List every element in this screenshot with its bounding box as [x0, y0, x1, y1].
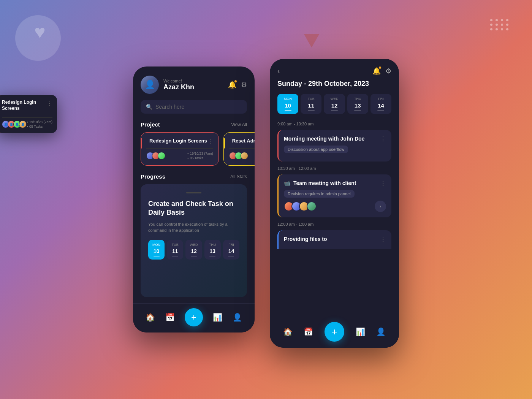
right-day-fri[interactable]: FRI 14 [370, 94, 391, 114]
right-day-fri-line [377, 110, 384, 111]
card-2-top: Reset Admin Pannel ⋮ [229, 138, 255, 145]
floating-card-menu-icon[interactable]: ⋮ [46, 100, 52, 107]
event-2-menu[interactable]: ⋮ [380, 180, 386, 187]
right-day-thu[interactable]: THU 13 [347, 94, 368, 114]
day-mon-line [154, 256, 160, 256]
event-2-top: 📹 Team meeting with client ⋮ [284, 180, 386, 187]
chart-nav-icon[interactable]: 📊 [213, 313, 222, 322]
card-1-meta: ● 19/10/23 (7am) ● 05 Tasks [187, 152, 213, 160]
day-mon[interactable]: MON 10 [148, 240, 165, 260]
progress-card-title: Create and Check Task on Daily Basis [148, 200, 239, 217]
card-1-avatar-3 [158, 152, 165, 160]
search-placeholder: Search here [155, 104, 184, 110]
time-label-1: 9:00 am - 10:30 am [277, 122, 391, 126]
card-2-avatars [229, 152, 248, 160]
search-bar[interactable]: 🔍 Search here [141, 100, 247, 114]
progress-drag-handle [186, 192, 201, 193]
user-avatar[interactable]: 👤 [141, 76, 159, 94]
notification-dot [234, 80, 237, 83]
event-1-menu[interactable]: ⋮ [380, 135, 386, 142]
floating-card-tasks: ● 05 Tasks [27, 125, 52, 128]
all-stats-link[interactable]: All Stats [230, 174, 247, 179]
right-home-nav-icon[interactable]: 🏠 [283, 327, 293, 336]
event-2-avatar-4 [307, 201, 317, 211]
right-day-thu-line [354, 110, 361, 111]
welcome-label: Welcome! [163, 79, 223, 83]
floating-card-meta: ● 19/10/23 (7am) ● 05 Tasks [27, 120, 52, 128]
day-fri[interactable]: FRI 14 [223, 240, 239, 260]
day-tue-line [172, 256, 178, 256]
right-settings-icon[interactable]: ⚙ [385, 67, 391, 75]
right-day-tue-num: 11 [302, 102, 320, 109]
card-1-menu[interactable]: ⋮ [207, 138, 213, 145]
card-2-bottom: ● 29/10/23 (9pm) ● 07 Tasks [229, 152, 255, 160]
card-1-tasks: ● 05 Tasks [187, 156, 213, 160]
calendar-nav-icon[interactable]: 📅 [165, 313, 175, 322]
left-calendar: MON 10 TUE 11 WED 12 THU 13 [148, 240, 239, 260]
card-2-divider [229, 148, 255, 149]
event-3-menu[interactable]: ⋮ [380, 236, 386, 243]
right-chart-nav-icon[interactable]: 📊 [356, 327, 365, 336]
right-calendar-nav-icon[interactable]: 📅 [304, 327, 313, 336]
right-day-wed-line [331, 110, 338, 111]
bg-dots [490, 19, 509, 30]
profile-nav-icon[interactable]: 👤 [233, 313, 242, 322]
project-card-2[interactable]: Reset Admin Pannel ⋮ ● 29/10/23 (9pm) [223, 132, 255, 166]
right-day-wed[interactable]: WED 12 [324, 94, 345, 114]
floating-project-card[interactable]: Redesign Login Screens ⋮ 👤 👤 👤 👤 ● 19/10… [0, 95, 57, 133]
day-wed[interactable]: WED 12 [185, 240, 202, 260]
day-wed-line [191, 256, 197, 256]
right-phone: ‹ 🔔 ⚙ Sunday - 29th October, 2023 MON 10… [270, 59, 399, 348]
left-bottom-nav: 🏠 📅 + 📊 👤 [133, 303, 255, 332]
right-day-tue-line [308, 110, 315, 111]
day-tue-num: 11 [168, 248, 182, 254]
card-2-avatar-3 [241, 152, 248, 160]
right-add-nav-button[interactable]: + [325, 322, 344, 342]
add-nav-button[interactable]: + [185, 308, 203, 326]
search-icon: 🔍 [146, 104, 152, 110]
notification-icon[interactable]: 🔔 [228, 81, 236, 89]
bg-heart-icon: ♥ [34, 21, 46, 43]
progress-section-header: Progress All Stats [133, 172, 255, 184]
left-phone: 👤 Welcome! Azaz Khn 🔔 ⚙ 🔍 Search here Pr… [133, 66, 255, 332]
view-all-link[interactable]: View All [231, 122, 247, 127]
schedule-scroll: 9:00 am - 10:30 am Morning meeting with … [270, 120, 399, 317]
event-2-tag: Revision requires in admin pannel [284, 190, 355, 198]
right-notification-icon[interactable]: 🔔 [372, 67, 381, 75]
right-profile-nav-icon[interactable]: 👤 [376, 327, 386, 336]
floating-card-divider [2, 117, 52, 118]
right-day-wed-num: 12 [325, 102, 343, 109]
event-2-arrow[interactable]: › [375, 201, 386, 212]
right-calendar: MON 10 TUE 11 WED 12 THU 13 FRI 14 [270, 94, 399, 120]
event-card-1[interactable]: Morning meeting with John Doe ⋮ Discussi… [277, 130, 391, 162]
header-icons: 🔔 ⚙ [228, 81, 247, 89]
back-button[interactable]: ‹ [277, 66, 280, 75]
day-thu-line [209, 256, 215, 256]
event-card-3-partial[interactable]: Providing files to ⋮ [277, 230, 391, 249]
right-day-fri-num: 14 [372, 102, 390, 109]
bg-triangle-icon [304, 34, 319, 48]
right-day-mon-line [285, 110, 291, 111]
date-title: Sunday - 29th October, 2023 [270, 80, 399, 94]
card-1-divider [146, 148, 213, 149]
video-icon: 📹 [284, 180, 290, 186]
day-fri-num: 14 [225, 248, 238, 254]
day-thu-num: 13 [206, 248, 219, 254]
project-card-1[interactable]: Redesign Login Screens ⋮ ● 19/10/23 (7am… [141, 132, 219, 166]
day-thu[interactable]: THU 13 [204, 240, 221, 260]
day-tue[interactable]: TUE 11 [167, 240, 183, 260]
event-2-bottom: › [284, 201, 386, 212]
project-section-header: Project View All [133, 120, 255, 132]
card-1-top: Redesign Login Screens ⋮ [146, 138, 213, 145]
floating-card-avatars: 👤 👤 👤 👤 [2, 120, 27, 128]
right-day-mon[interactable]: MON 10 [277, 94, 298, 114]
right-day-tue-label: TUE [302, 97, 320, 101]
right-day-mon-label: MON [279, 97, 297, 101]
card-1-title: Redesign Login Screens [146, 138, 207, 144]
event-1-tag: Discussion about app userflow [284, 146, 348, 153]
home-nav-icon[interactable]: 🏠 [146, 313, 155, 322]
right-day-tue[interactable]: TUE 11 [301, 94, 321, 114]
card-accent-yellow [224, 138, 225, 149]
settings-icon[interactable]: ⚙ [241, 81, 247, 89]
event-card-2[interactable]: 📹 Team meeting with client ⋮ Revision re… [277, 174, 391, 217]
